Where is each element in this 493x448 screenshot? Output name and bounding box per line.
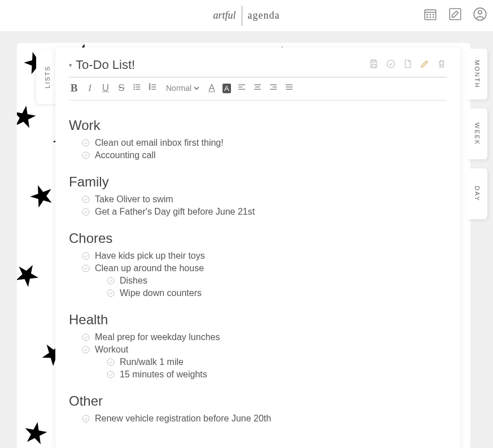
task-item[interactable]: Clean up around the house [81, 263, 447, 273]
numbered-list-button[interactable]: 123 [148, 82, 158, 94]
svg-point-2 [427, 14, 427, 15]
planner-area: ★★★★★★★★★★★★★★★★★★★★★★★★★★★★★★★★★★★★★ LI… [0, 32, 493, 448]
bold-button[interactable]: B [69, 82, 79, 94]
section: OtherRenew vehicle registration before J… [69, 393, 447, 424]
section-heading[interactable]: Family [69, 174, 447, 190]
format-select[interactable]: Normal [164, 83, 201, 93]
task-item[interactable]: Take Oliver to swim [81, 194, 447, 205]
tab-month[interactable]: MONTH [467, 49, 487, 99]
italic-button[interactable]: I [85, 82, 95, 94]
star-decoration: ★ [17, 253, 47, 295]
save-icon[interactable] [369, 59, 379, 71]
bullet-list-button[interactable] [132, 82, 142, 94]
checkbox-icon[interactable] [106, 358, 115, 367]
task-text[interactable]: Dishes [120, 276, 147, 286]
checkbox-icon[interactable] [81, 151, 90, 160]
svg-point-6 [430, 17, 430, 18]
title-left: ▾ To-Do List! [69, 58, 135, 72]
svg-rect-12 [372, 64, 376, 68]
svg-point-3 [430, 14, 430, 15]
task-text[interactable]: Renew vehicle registration before June 2… [95, 414, 271, 424]
task-text[interactable]: Take Oliver to swim [95, 194, 173, 205]
section-heading[interactable]: Chores [69, 230, 447, 246]
svg-point-45 [82, 265, 89, 272]
svg-point-47 [107, 290, 114, 297]
document-icon[interactable] [403, 59, 413, 71]
svg-point-42 [82, 196, 89, 203]
tab-week-label: WEEK [474, 123, 481, 145]
svg-point-20 [134, 89, 135, 90]
checkbox-icon[interactable] [81, 414, 90, 423]
checkbox-icon[interactable] [81, 345, 90, 354]
svg-point-16 [134, 84, 135, 85]
section-heading[interactable]: Other [69, 393, 447, 409]
section: FamilyTake Oliver to swimGet a Father's … [69, 174, 447, 217]
checkbox-icon[interactable] [81, 264, 90, 273]
section-heading[interactable]: Work [69, 118, 447, 133]
section-heading[interactable]: Health [69, 312, 447, 328]
task-text[interactable]: 15 minutes of weights [120, 369, 207, 380]
tab-lists-label: LISTS [44, 66, 51, 89]
svg-point-48 [82, 334, 89, 341]
underline-button[interactable]: U [101, 82, 111, 94]
task-text[interactable]: Get a Father's Day gift before June 21st [95, 207, 255, 217]
task-text[interactable]: Meal prep for weekday lunches [95, 332, 220, 342]
checkbox-icon[interactable] [106, 276, 115, 285]
checkbox-icon[interactable] [106, 370, 115, 379]
task-item[interactable]: Run/walk 1 mile [106, 357, 447, 367]
sections-container[interactable]: WorkClean out email inbox first thing!Ac… [69, 118, 447, 424]
section: ChoresHave kids pick up their toysClean … [69, 230, 447, 298]
task-text[interactable]: Clean up around the house [95, 263, 204, 273]
task-text[interactable]: Clean out email inbox first thing! [95, 138, 224, 148]
page-title[interactable]: To-Do List! [76, 58, 135, 72]
checkbox-icon[interactable] [81, 333, 90, 342]
task-item[interactable]: Wipe down counters [106, 288, 447, 298]
checkbox-icon[interactable] [81, 207, 90, 216]
task-text[interactable]: Workout [95, 345, 128, 355]
task-text[interactable]: Wipe down counters [120, 288, 202, 298]
tab-day-label: DAY [474, 186, 481, 202]
task-text[interactable]: Run/walk 1 mile [120, 357, 184, 367]
task-item[interactable]: Get a Father's Day gift before June 21st [81, 207, 447, 217]
svg-point-41 [82, 152, 89, 159]
svg-point-49 [82, 346, 89, 353]
align-right-button[interactable] [268, 82, 278, 94]
check-circle-icon[interactable] [386, 59, 396, 71]
task-item[interactable]: Have kids pick up their toys [81, 251, 447, 261]
task-item[interactable]: Renew vehicle registration before June 2… [81, 414, 447, 424]
svg-point-50 [107, 359, 114, 366]
profile-icon[interactable] [473, 7, 487, 24]
strikethrough-button[interactable]: S [116, 82, 126, 94]
task-item[interactable]: 15 minutes of weights [106, 369, 447, 380]
section: HealthMeal prep for weekday lunchesWorko… [69, 312, 447, 380]
task-item[interactable]: Accounting call [81, 150, 447, 160]
align-justify-button[interactable] [284, 82, 294, 94]
edit-icon[interactable] [448, 7, 463, 24]
checkbox-icon[interactable] [81, 251, 90, 260]
task-item[interactable]: Meal prep for weekday lunches [81, 332, 447, 342]
tab-week[interactable]: WEEK [467, 108, 487, 159]
dropdown-caret-icon[interactable]: ▾ [69, 62, 72, 69]
pencil-icon[interactable] [420, 59, 430, 71]
task-item[interactable]: Dishes [106, 276, 447, 286]
checkbox-icon[interactable] [106, 289, 115, 298]
tab-month-label: MONTH [474, 60, 481, 88]
task-text[interactable]: Have kids pick up their toys [95, 251, 205, 261]
align-left-button[interactable] [237, 82, 247, 94]
checkbox-icon[interactable] [81, 195, 90, 204]
tab-day[interactable]: DAY [467, 168, 487, 219]
text-color-button[interactable]: A [207, 82, 217, 94]
svg-point-51 [107, 371, 114, 378]
calendar-icon[interactable] [423, 7, 438, 24]
task-item[interactable]: Clean out email inbox first thing! [81, 138, 447, 148]
checkbox-icon[interactable] [81, 138, 90, 147]
task-text[interactable]: Accounting call [95, 150, 156, 160]
logo-left: artful [213, 10, 236, 21]
svg-point-10 [478, 11, 482, 15]
trash-icon[interactable] [437, 59, 447, 71]
align-center-button[interactable] [252, 82, 263, 94]
svg-text:3: 3 [149, 88, 151, 90]
task-item[interactable]: Workout [81, 345, 447, 355]
highlight-button[interactable]: A [222, 84, 231, 93]
logo-right: agenda [248, 10, 280, 21]
